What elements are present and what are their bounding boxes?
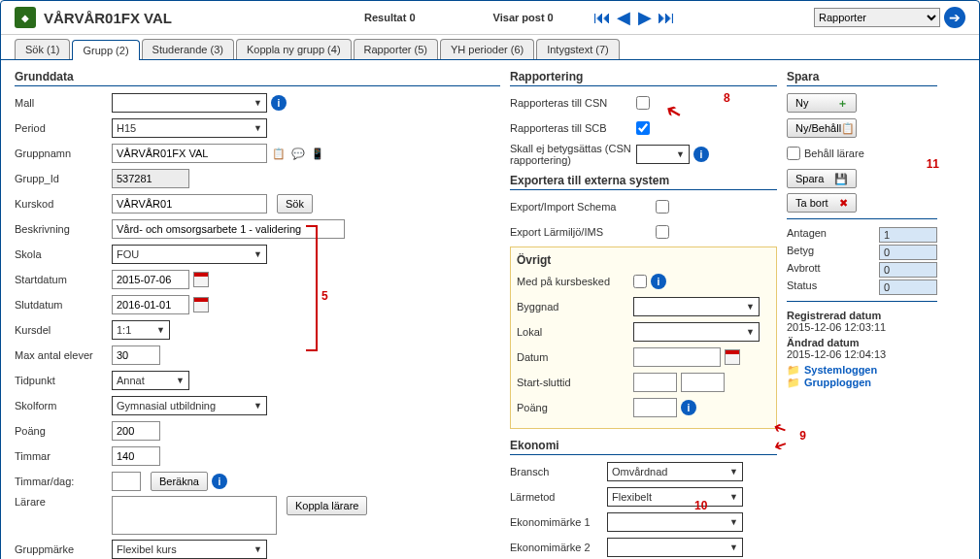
tab-grupp[interactable]: Grupp (2) bbox=[72, 40, 139, 60]
tab-intygstext[interactable]: Intygstext (7) bbox=[536, 39, 620, 59]
larare-textarea[interactable] bbox=[112, 496, 277, 535]
em2-label: Ekonomimärke 2 bbox=[510, 542, 607, 553]
period-label: Period bbox=[15, 122, 112, 134]
info-icon[interactable]: i bbox=[681, 400, 696, 415]
next-icon[interactable]: ▶ bbox=[635, 8, 655, 27]
tab-rapporter[interactable]: Rapporter (5) bbox=[354, 39, 438, 59]
ej-betyg-select[interactable]: ▼ bbox=[636, 145, 690, 164]
kurskod-input[interactable] bbox=[112, 194, 267, 214]
tab-sok[interactable]: Sök (1) bbox=[15, 39, 70, 59]
mall-select[interactable]: ▼ bbox=[112, 93, 267, 113]
lokal-select[interactable]: ▼ bbox=[633, 322, 760, 342]
beskrivning-label: Beskrivning bbox=[15, 223, 112, 235]
ovrigt-title: Övrigt bbox=[517, 253, 770, 267]
gruppid-input bbox=[112, 169, 189, 188]
csn-checkbox[interactable] bbox=[636, 96, 650, 110]
annotation-8: 8 bbox=[724, 91, 730, 105]
grunddata-title: Grunddata bbox=[15, 70, 500, 86]
last-icon[interactable]: ⏭ bbox=[657, 8, 676, 27]
info-icon[interactable]: i bbox=[651, 274, 666, 289]
info-icon[interactable]: i bbox=[271, 95, 287, 111]
em1-label: Ekonomimärke 1 bbox=[510, 516, 607, 528]
scb-checkbox[interactable] bbox=[636, 121, 650, 135]
ny-button[interactable]: Ny＋ bbox=[787, 93, 857, 113]
go-button[interactable]: ➔ bbox=[944, 7, 965, 28]
gruppid-label: Grupp_Id bbox=[15, 173, 112, 184]
start-input[interactable] bbox=[633, 373, 677, 392]
calendar-icon[interactable] bbox=[193, 272, 209, 287]
larare-label: Lärare bbox=[15, 496, 112, 508]
berakna-button[interactable]: Beräkna bbox=[151, 472, 208, 491]
export-larmiljo-checkbox[interactable] bbox=[656, 225, 669, 239]
larmetod-label: Lärmetod bbox=[510, 491, 607, 503]
em1-select[interactable]: ▼ bbox=[607, 512, 743, 532]
mall-label: Mall bbox=[15, 97, 112, 109]
poang-input[interactable] bbox=[112, 421, 160, 441]
andrad-datum-value: 2015-12-06 12:04:13 bbox=[787, 348, 937, 360]
tab-yh[interactable]: YH perioder (6) bbox=[440, 39, 534, 59]
max-label: Max antal elever bbox=[15, 349, 112, 361]
status-label: Status bbox=[787, 280, 817, 295]
systemloggen-link[interactable]: Systemloggen bbox=[804, 364, 877, 376]
export-schema-checkbox[interactable] bbox=[656, 200, 669, 214]
skolform-label: Skolform bbox=[15, 400, 112, 411]
annotation-11: 11 bbox=[927, 157, 939, 171]
ovrigt-poang-label: Poäng bbox=[517, 402, 633, 413]
timmardag-input[interactable] bbox=[112, 472, 141, 491]
tab-bar: Sök (1) Grupp (2) Studerande (3) Koppla … bbox=[1, 35, 979, 60]
spara-button[interactable]: Spara💾 bbox=[787, 169, 857, 188]
folder-icon: 📁 bbox=[787, 377, 800, 388]
resultat-label: Resultat 0 bbox=[364, 12, 416, 23]
antagen-label: Antagen bbox=[787, 227, 827, 243]
chat-icon[interactable]: 💬 bbox=[290, 146, 306, 161]
info-icon[interactable]: i bbox=[212, 474, 227, 489]
calendar-icon[interactable] bbox=[725, 349, 740, 365]
phone-icon[interactable]: 📱 bbox=[310, 146, 325, 161]
nybehall-button[interactable]: Ny/Behåll📋 bbox=[787, 118, 857, 138]
first-icon[interactable]: ⏮ bbox=[592, 8, 612, 27]
larmetod-select[interactable]: Flexibelt▼ bbox=[607, 487, 743, 507]
tab-koppla[interactable]: Koppla ny grupp (4) bbox=[236, 39, 352, 59]
tabort-button[interactable]: Ta bort✖ bbox=[787, 193, 857, 213]
kursdel-select[interactable]: 1:1▼ bbox=[112, 320, 170, 340]
tidpunkt-select[interactable]: Annat▼ bbox=[112, 371, 189, 390]
csn-label: Rapporteras till CSN bbox=[510, 97, 636, 109]
kursbesked-checkbox[interactable] bbox=[633, 275, 647, 288]
kurskod-label: Kurskod bbox=[15, 198, 112, 210]
datum-label: Datum bbox=[517, 351, 633, 363]
behall-larare-checkbox[interactable] bbox=[787, 147, 800, 160]
koppla-larare-button[interactable]: Koppla lärare bbox=[287, 496, 367, 515]
rapporter-select[interactable]: Rapporter bbox=[814, 8, 940, 27]
info-icon[interactable]: i bbox=[693, 147, 709, 162]
app-logo: ◆ bbox=[15, 7, 36, 28]
datum-input[interactable] bbox=[633, 347, 721, 367]
annotation-10: 10 bbox=[694, 499, 707, 512]
calendar-icon[interactable] bbox=[193, 297, 209, 312]
gruppnamn-label: Gruppnamn bbox=[15, 148, 112, 159]
gruppmarke-select[interactable]: Flexibel kurs▼ bbox=[112, 540, 267, 559]
slut-input[interactable] bbox=[681, 373, 725, 392]
max-input[interactable] bbox=[112, 345, 160, 365]
grupploggen-link[interactable]: Grupploggen bbox=[804, 377, 871, 388]
em2-select[interactable]: ▼ bbox=[607, 538, 743, 557]
startslut-label: Start-sluttid bbox=[517, 377, 633, 388]
slutdatum-input[interactable] bbox=[112, 295, 189, 314]
byggnad-select[interactable]: ▼ bbox=[633, 297, 760, 316]
skola-label: Skola bbox=[15, 248, 112, 260]
timmar-input[interactable] bbox=[112, 446, 160, 466]
betyg-value: 0 bbox=[879, 245, 937, 260]
prev-icon[interactable]: ◀ bbox=[614, 8, 633, 27]
copy-icon[interactable]: 📋 bbox=[271, 146, 287, 161]
status-value: 0 bbox=[879, 280, 937, 295]
startdatum-input[interactable] bbox=[112, 270, 189, 289]
tab-studerande[interactable]: Studerande (3) bbox=[142, 39, 234, 59]
ovrigt-poang-input[interactable] bbox=[633, 398, 677, 417]
skolform-select[interactable]: Gymnasial utbildning▼ bbox=[112, 396, 267, 415]
visar-label: Visar post 0 bbox=[493, 12, 554, 23]
skola-select[interactable]: FOU▼ bbox=[112, 245, 267, 264]
period-select[interactable]: H15▼ bbox=[112, 118, 267, 138]
bransch-select[interactable]: Omvårdnad▼ bbox=[607, 462, 743, 481]
slutdatum-label: Slutdatum bbox=[15, 299, 112, 311]
sok-button[interactable]: Sök bbox=[277, 194, 313, 214]
gruppnamn-input[interactable] bbox=[112, 144, 267, 163]
